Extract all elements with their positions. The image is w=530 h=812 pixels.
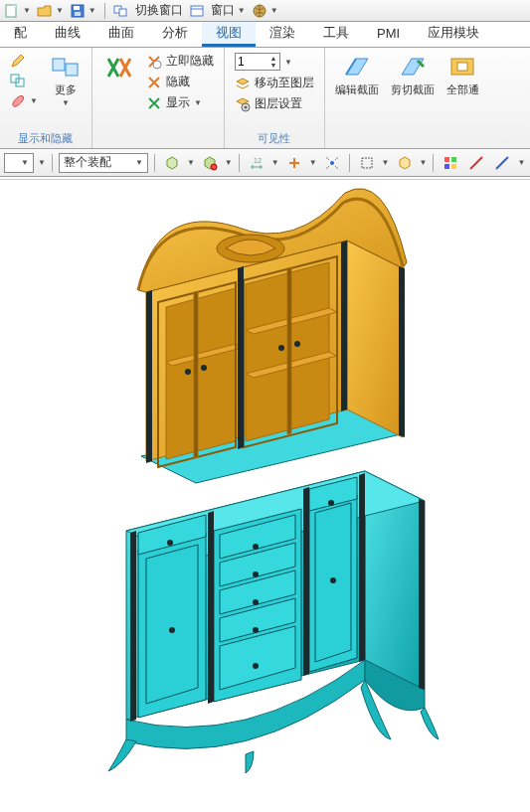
- assembly-combo[interactable]: 整个装配▼: [59, 153, 148, 173]
- tb-cube-icon[interactable]: [161, 152, 183, 174]
- tb-cube-drop[interactable]: ▼: [187, 158, 195, 167]
- ribbon-group-visibility: ▲▼ ▼ 移动至图层 图层设置 可见性: [225, 48, 325, 148]
- move-to-layer-label: 移动至图层: [255, 75, 314, 91]
- clip-section-button[interactable]: 剪切截面: [389, 52, 437, 97]
- hide-button[interactable]: 隐藏: [144, 73, 216, 91]
- show-button[interactable]: 显示 ▼: [144, 93, 216, 112]
- menu-item-view[interactable]: 视图: [202, 22, 256, 47]
- tb-select-rect-icon[interactable]: [356, 152, 378, 174]
- window-icon[interactable]: [189, 3, 205, 19]
- spin-up-icon[interactable]: ▲: [267, 55, 279, 62]
- all-through-icon: [446, 54, 478, 81]
- layer-settings-icon: [235, 96, 251, 112]
- menu-label: 工具: [323, 24, 349, 42]
- svg-point-35: [253, 544, 259, 550]
- tb-palette-icon[interactable]: [440, 152, 461, 174]
- ribbon-group-2: 立即隐藏 隐藏 显示 ▼: [92, 48, 225, 148]
- rbtn-pencil[interactable]: [8, 52, 40, 70]
- menu-item-config[interactable]: 配: [0, 22, 41, 47]
- more-label: 更多: [55, 83, 77, 95]
- svg-point-34: [330, 577, 336, 583]
- tb-line-drop[interactable]: ▼: [517, 158, 525, 167]
- edit-section-button[interactable]: 编辑截面: [333, 52, 381, 97]
- quick-access-toolbar: ▼ ▼ ▼ 切换窗口 窗口 ▼ ▼: [0, 0, 530, 22]
- tb-box-drop[interactable]: ▼: [420, 158, 428, 167]
- tb-select-drop[interactable]: ▼: [382, 158, 390, 167]
- tb-cube2-drop[interactable]: ▼: [225, 158, 233, 167]
- qat-globe-drop[interactable]: ▼: [270, 6, 278, 15]
- svg-rect-3: [75, 12, 81, 16]
- tb-box-icon[interactable]: [394, 152, 416, 174]
- secondary-toolbar: ▼ ▼ 整个装配▼ ▼ ▼ 12 ▼ ▼ ▼ ▼ ▼: [0, 149, 530, 177]
- window-label[interactable]: 窗口: [211, 2, 235, 19]
- tb-line2-icon[interactable]: [491, 152, 513, 174]
- tb-point-icon[interactable]: [321, 152, 343, 174]
- qat-save-drop[interactable]: ▼: [88, 6, 96, 15]
- immediate-hide-button[interactable]: 立即隐藏: [144, 52, 216, 71]
- layers-icon: [235, 76, 251, 91]
- qat-save-icon[interactable]: [70, 3, 86, 19]
- tb-plus-icon[interactable]: [283, 152, 305, 174]
- svg-rect-6: [191, 6, 203, 16]
- tb-line1-icon[interactable]: [465, 152, 487, 174]
- svg-point-20: [330, 161, 334, 165]
- separator: [433, 154, 434, 172]
- edit-section-label: 编辑截面: [335, 83, 379, 95]
- menu-item-surface[interactable]: 曲面: [94, 22, 148, 47]
- svg-rect-21: [362, 158, 372, 168]
- menu-item-curve[interactable]: 曲线: [41, 22, 94, 47]
- show-hide-button[interactable]: [100, 52, 136, 83]
- svg-point-18: [211, 164, 217, 170]
- hide-label: 隐藏: [166, 74, 190, 90]
- svg-point-38: [253, 627, 259, 633]
- qat-open-icon[interactable]: [37, 3, 53, 19]
- menu-item-pmi[interactable]: PMI: [363, 22, 414, 47]
- separator: [239, 154, 240, 172]
- group-title: 显示和隐藏: [8, 129, 84, 146]
- qat-new-icon[interactable]: [4, 3, 20, 19]
- rbtn-brush[interactable]: ▼: [8, 91, 40, 109]
- all-through-button[interactable]: 全部通: [444, 52, 481, 97]
- menu-item-render[interactable]: 渲染: [256, 22, 309, 47]
- svg-line-27: [496, 157, 508, 169]
- svg-rect-25: [451, 164, 456, 169]
- svg-rect-22: [444, 157, 449, 162]
- layer-number-box[interactable]: ▲▼: [235, 53, 280, 71]
- layer-settings-button[interactable]: 图层设置: [233, 94, 316, 113]
- menu-item-analysis[interactable]: 分析: [148, 22, 202, 47]
- switch-window-icon[interactable]: [113, 3, 129, 19]
- spin-down-icon[interactable]: ▼: [267, 62, 279, 69]
- menu-item-app[interactable]: 应用模块: [414, 22, 493, 47]
- move-to-layer-button[interactable]: 移动至图层: [233, 74, 316, 92]
- cabinet-model: [87, 179, 444, 779]
- qat-new-drop[interactable]: ▼: [23, 6, 31, 15]
- separator: [154, 154, 155, 172]
- tb-cube2-icon[interactable]: [199, 152, 221, 174]
- qat-globe-icon[interactable]: [252, 3, 267, 19]
- separator: [52, 154, 53, 172]
- more-button[interactable]: 更多▼: [48, 52, 84, 111]
- qat-open-drop[interactable]: ▼: [56, 6, 64, 15]
- layer-number[interactable]: ▲▼ ▼: [233, 52, 316, 72]
- left-combo[interactable]: ▼: [4, 153, 34, 173]
- group-spacer: [100, 132, 216, 146]
- tb-plus-drop[interactable]: ▼: [309, 158, 317, 167]
- viewport-3d[interactable]: [0, 179, 530, 812]
- switch-window-label[interactable]: 切换窗口: [135, 2, 183, 19]
- tb-dim-icon[interactable]: 12: [246, 152, 267, 174]
- svg-point-36: [253, 571, 259, 577]
- combo-extra-drop[interactable]: ▼: [38, 158, 46, 167]
- rbtn-rects[interactable]: [8, 72, 40, 89]
- more-icon: [50, 54, 82, 81]
- menu-item-tools[interactable]: 工具: [309, 22, 363, 47]
- menu-label: 应用模块: [428, 24, 479, 42]
- layer-number-input[interactable]: [236, 55, 267, 69]
- ribbon: ▼ 更多▼ 显示和隐藏 立即隐藏: [0, 48, 530, 149]
- window-drop[interactable]: ▼: [238, 6, 246, 15]
- ribbon-group-1: ▼ 更多▼ 显示和隐藏: [0, 48, 92, 148]
- tb-dim-drop[interactable]: ▼: [271, 158, 279, 167]
- svg-rect-2: [74, 6, 80, 10]
- svg-point-41: [328, 500, 334, 506]
- svg-point-31: [278, 345, 284, 351]
- menu-label: 曲面: [108, 24, 134, 42]
